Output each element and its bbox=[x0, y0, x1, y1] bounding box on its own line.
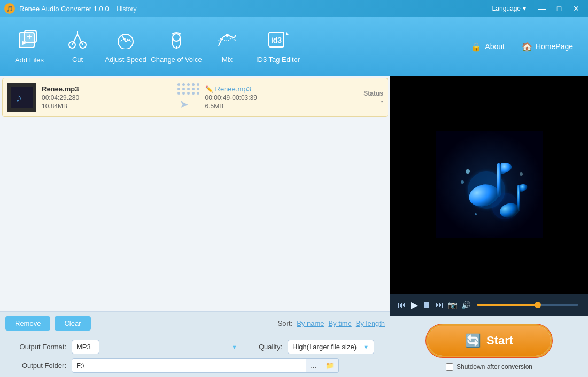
add-files-button[interactable]: + ▶ Add Files bbox=[5, 20, 53, 73]
dot bbox=[182, 83, 185, 86]
folder-input-wrapper: ... 📁 bbox=[72, 358, 339, 373]
toolbar-right: 🔒 About 🏠 HomePage bbox=[467, 40, 577, 54]
id3-tag-label: ID3 Tag Editor bbox=[256, 56, 300, 64]
volume-slider[interactable] bbox=[477, 304, 578, 306]
status-label: Status bbox=[341, 90, 383, 97]
cut-label: Cut bbox=[72, 56, 83, 64]
dropdown-icon: ▾ bbox=[523, 5, 526, 12]
format-select-wrapper: MP3 AAC WAV FLAC OGG WMA bbox=[72, 340, 243, 354]
arrow-head-icon: ➤ bbox=[180, 98, 189, 110]
format-line: Output Format: MP3 AAC WAV FLAC OGG WMA … bbox=[7, 340, 383, 354]
app-title: Renee Audio Converter 1.0.0 History bbox=[19, 5, 136, 13]
file-output-size: 6.5MB bbox=[205, 103, 336, 110]
svg-point-25 bbox=[466, 169, 470, 174]
status-value: - bbox=[341, 97, 383, 105]
adjust-speed-icon bbox=[114, 30, 137, 52]
svg-point-27 bbox=[520, 172, 523, 176]
maximize-button[interactable]: □ bbox=[552, 3, 567, 14]
shutdown-checkbox[interactable] bbox=[446, 363, 453, 371]
id3-tag-button[interactable]: id3 ID3 Tag Editor bbox=[251, 20, 305, 73]
file-source-size: 10.84MB bbox=[42, 103, 172, 110]
about-button[interactable]: 🔒 About bbox=[467, 40, 509, 54]
volume-fill bbox=[477, 304, 538, 306]
close-button[interactable]: ✕ bbox=[569, 3, 584, 14]
language-selector[interactable]: Language ▾ bbox=[492, 5, 526, 12]
volume-knob[interactable] bbox=[535, 302, 541, 308]
home-icon: 🏠 bbox=[522, 42, 532, 52]
bottom-controls: Remove Clear Sort: By name By time By le… bbox=[0, 311, 390, 335]
dot bbox=[197, 88, 199, 90]
sort-by-name[interactable]: By name bbox=[297, 319, 324, 327]
minimize-button[interactable]: — bbox=[535, 3, 550, 14]
lock-icon: 🔒 bbox=[471, 42, 482, 52]
quality-select[interactable]: High(Larger file size) Medium Low(Smalle… bbox=[288, 340, 374, 354]
history-link[interactable]: History bbox=[117, 5, 136, 13]
app-logo: 🎵 bbox=[4, 3, 15, 14]
skip-forward-button[interactable]: ⏭ bbox=[435, 300, 444, 310]
file-output-name: ✏️ Renee.mp3 bbox=[205, 85, 336, 93]
open-folder-button[interactable]: 📁 bbox=[321, 358, 339, 373]
id3-tag-icon: id3 bbox=[267, 30, 289, 52]
change-of-voice-label: Change of Voice bbox=[151, 56, 202, 64]
cut-button[interactable]: Cut bbox=[53, 20, 102, 73]
output-name-text: Renee.mp3 bbox=[215, 85, 251, 93]
output-folder-label: Output Folder: bbox=[7, 362, 66, 370]
dot bbox=[192, 83, 195, 86]
dot bbox=[177, 92, 180, 95]
folder-path-input[interactable] bbox=[72, 358, 306, 373]
svg-rect-16 bbox=[11, 87, 33, 108]
dot bbox=[187, 88, 190, 90]
dot bbox=[177, 83, 180, 86]
cut-icon bbox=[67, 30, 88, 52]
svg-text:♪: ♪ bbox=[16, 90, 22, 105]
dot bbox=[187, 83, 190, 86]
quality-select-wrapper: High(Larger file size) Medium Low(Smalle… bbox=[288, 340, 374, 354]
left-panel: ♪ Renee.mp3 00:04:29.280 10.84MB bbox=[0, 76, 390, 377]
shutdown-label: Shutdown after conversion bbox=[457, 363, 532, 371]
sort-by-length[interactable]: By length bbox=[356, 319, 385, 327]
play-button[interactable]: ▶ bbox=[411, 299, 418, 311]
convert-arrow: ➤ bbox=[177, 83, 200, 112]
preview-area bbox=[390, 76, 588, 294]
skip-back-button[interactable]: ⏮ bbox=[398, 300, 406, 310]
main-area: ♪ Renee.mp3 00:04:29.280 10.84MB bbox=[0, 76, 588, 377]
svg-text:+: + bbox=[27, 32, 32, 41]
titlebar-left: 🎵 Renee Audio Converter 1.0.0 History bbox=[4, 3, 136, 14]
svg-point-28 bbox=[475, 213, 477, 215]
homepage-button[interactable]: 🏠 HomePage bbox=[517, 40, 577, 54]
file-status: Status - bbox=[341, 90, 383, 105]
dot bbox=[187, 92, 190, 95]
app-title-text: Renee Audio Converter 1.0.0 bbox=[19, 5, 109, 13]
edit-icon: ✏️ bbox=[205, 85, 213, 93]
sort-by-time[interactable]: By time bbox=[328, 319, 351, 327]
shutdown-row: Shutdown after conversion bbox=[446, 363, 532, 371]
mix-button[interactable]: Mix bbox=[203, 20, 251, 73]
format-select[interactable]: MP3 AAC WAV FLAC OGG WMA bbox=[72, 340, 99, 354]
clear-button[interactable]: Clear bbox=[55, 316, 90, 331]
stop-button[interactable]: ⏹ bbox=[422, 300, 431, 310]
homepage-label: HomePage bbox=[536, 42, 573, 51]
change-of-voice-icon bbox=[165, 30, 188, 52]
quality-label: Quality: bbox=[259, 343, 282, 351]
titlebar: 🎵 Renee Audio Converter 1.0.0 History La… bbox=[0, 0, 588, 17]
table-row: ♪ Renee.mp3 00:04:29.280 10.84MB bbox=[2, 78, 388, 117]
svg-point-13 bbox=[226, 34, 229, 37]
mix-icon bbox=[216, 30, 238, 52]
language-label: Language bbox=[492, 5, 521, 12]
refresh-icon: 🔄 bbox=[465, 333, 481, 348]
change-of-voice-button[interactable]: Change of Voice bbox=[150, 20, 203, 73]
remove-button[interactable]: Remove bbox=[5, 316, 50, 331]
svg-point-26 bbox=[461, 180, 464, 184]
file-list: ♪ Renee.mp3 00:04:29.280 10.84MB bbox=[0, 76, 390, 311]
right-panel: ⏮ ▶ ⏹ ⏭ 📷 🔊 🔄 Start Shutdown after conve… bbox=[390, 76, 588, 377]
start-button[interactable]: 🔄 Start bbox=[428, 326, 551, 356]
file-output-time: 00:00:49-00:03:39 bbox=[205, 94, 336, 101]
add-files-icon: + ▶ bbox=[18, 29, 41, 53]
adjust-speed-label: Adjust Speed bbox=[105, 56, 146, 64]
sort-label: Sort: bbox=[278, 319, 292, 327]
screenshot-button[interactable]: 📷 bbox=[448, 301, 457, 309]
volume-icon: 🔊 bbox=[461, 301, 470, 309]
file-source-name: Renee.mp3 bbox=[42, 85, 172, 93]
adjust-speed-button[interactable]: Adjust Speed bbox=[102, 20, 150, 73]
browse-button[interactable]: ... bbox=[306, 358, 321, 373]
